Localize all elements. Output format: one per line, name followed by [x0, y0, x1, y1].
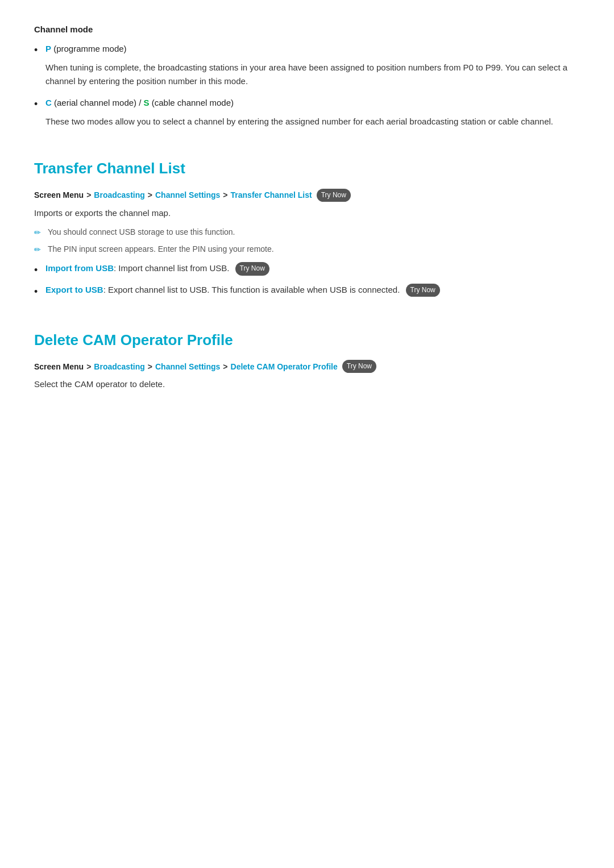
breadcrumb-transfer-channel-list[interactable]: Transfer Channel List [231, 189, 312, 201]
breadcrumb-sep-3: > [223, 189, 227, 201]
delete-cam-section: Delete CAM Operator Profile Screen Menu … [34, 329, 580, 392]
channel-mode-item-cs: • C (aerial channel mode) / S (cable cha… [34, 96, 580, 111]
delete-cam-breadcrumb: Screen Menu > Broadcasting > Channel Set… [34, 360, 580, 373]
pencil-icon-2: ✏ [34, 243, 48, 256]
breadcrumb-sep-1: > [86, 189, 91, 201]
delete-cam-channel-settings[interactable]: Channel Settings [155, 360, 220, 373]
transfer-notes: ✏ You should connect USB storage to use … [34, 226, 580, 256]
cs-description: These two modes allow you to select a ch… [45, 115, 580, 128]
export-rest: Export channel list to USB. This functio… [106, 285, 400, 294]
try-now-badge-delete-cam[interactable]: Try Now [342, 360, 376, 373]
delete-cam-description: Select the CAM operator to delete. [34, 377, 580, 391]
channel-mode-list: • P (programme mode) [34, 42, 580, 57]
transfer-intro: Imports or exports the channel map. [34, 206, 580, 220]
delete-cam-title: Delete CAM Operator Profile [34, 329, 580, 352]
channel-mode-cs-content: C (aerial channel mode) / S (cable chann… [45, 96, 580, 110]
p-label-rest: (programme mode) [51, 44, 127, 53]
export-to-usb-link[interactable]: Export to USB [45, 285, 103, 294]
channel-mode-heading: Channel mode [34, 23, 580, 36]
breadcrumb-broadcasting[interactable]: Broadcasting [94, 189, 144, 201]
feature-import-content: Import from USB: Import channel list fro… [45, 261, 580, 276]
delete-cam-profile-link[interactable]: Delete CAM Operator Profile [231, 360, 338, 373]
p-description: When tuning is complete, the broadcastin… [45, 61, 580, 88]
delete-cam-sep-1: > [86, 360, 91, 373]
transfer-note-1: ✏ You should connect USB storage to use … [34, 226, 580, 239]
channel-mode-p-content: P (programme mode) [45, 42, 580, 56]
s-label: S [144, 98, 150, 107]
bullet-dot-cs: • [34, 97, 45, 111]
transfer-channel-list-title: Transfer Channel List [34, 157, 580, 181]
try-now-badge-import[interactable]: Try Now [235, 262, 269, 275]
feature-bullet-export: • [34, 284, 45, 300]
bullet-dot-p: • [34, 43, 45, 57]
delete-cam-sep-3: > [223, 360, 227, 373]
feature-import: • Import from USB: Import channel list f… [34, 261, 580, 279]
transfer-note-2-text: The PIN input screen appears. Enter the … [48, 243, 274, 255]
feature-bullet-import: • [34, 262, 45, 279]
channel-mode-section: Channel mode • P (programme mode) When t… [34, 23, 580, 128]
breadcrumb-sep-2: > [148, 189, 152, 201]
pencil-icon-1: ✏ [34, 226, 48, 239]
delete-cam-screen-menu: Screen Menu [34, 360, 84, 373]
try-now-badge-export[interactable]: Try Now [406, 284, 440, 297]
breadcrumb-channel-settings[interactable]: Channel Settings [155, 189, 220, 201]
import-rest: Import channel list from USB. [116, 263, 229, 273]
feature-export: • Export to USB: Export channel list to … [34, 283, 580, 300]
c-label: C [45, 98, 52, 107]
delete-cam-broadcasting[interactable]: Broadcasting [94, 360, 144, 373]
try-now-badge-transfer[interactable]: Try Now [317, 189, 351, 202]
breadcrumb-screen-menu: Screen Menu [34, 189, 84, 201]
channel-mode-list-2: • C (aerial channel mode) / S (cable cha… [34, 96, 580, 111]
p-label: P [45, 44, 51, 53]
cs-mid: (aerial channel mode) / [52, 98, 144, 107]
transfer-channel-list-section: Transfer Channel List Screen Menu > Broa… [34, 157, 580, 300]
transfer-channel-list-breadcrumb: Screen Menu > Broadcasting > Channel Set… [34, 189, 580, 202]
cs-rest: (cable channel mode) [150, 98, 234, 107]
transfer-note-2: ✏ The PIN input screen appears. Enter th… [34, 243, 580, 256]
feature-export-content: Export to USB: Export channel list to US… [45, 283, 580, 297]
channel-mode-item-p: • P (programme mode) [34, 42, 580, 57]
delete-cam-sep-2: > [148, 360, 152, 373]
transfer-note-1-text: You should connect USB storage to use th… [48, 226, 235, 238]
transfer-features: • Import from USB: Import channel list f… [34, 261, 580, 300]
import-from-usb-link[interactable]: Import from USB [45, 263, 114, 273]
